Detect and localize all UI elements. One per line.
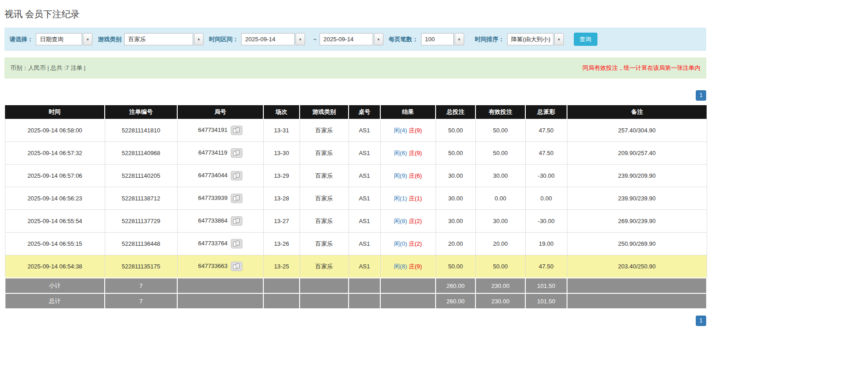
chevron-down-icon[interactable]: ▾ <box>194 33 204 45</box>
game-type-select[interactable]: 百家乐 ▾ <box>124 33 204 45</box>
header-remark: 备注 <box>567 105 707 119</box>
date-range-label: 时间区间： <box>209 35 238 44</box>
view-round-cards-icon[interactable] <box>231 126 242 135</box>
cell-table-no: AS1 <box>349 165 380 187</box>
view-round-cards-icon[interactable] <box>231 171 242 180</box>
table-row: 2025-09-14 06:54:38 522811135175 6477336… <box>5 255 707 278</box>
pagination-page-1[interactable]: 1 <box>696 90 706 101</box>
summary-empty-cell <box>380 293 436 309</box>
table-row: 2025-09-14 06:57:32 522811140968 6477341… <box>5 142 707 165</box>
total-bet-link[interactable]: 30.00 <box>436 210 475 233</box>
result-player: 闲(8) <box>394 263 407 270</box>
summary-empty-cell <box>349 278 380 293</box>
game-type-value: 百家乐 <box>124 33 193 45</box>
summary-empty-cell <box>567 293 707 309</box>
view-round-cards-icon[interactable] <box>231 216 242 226</box>
view-round-cards-icon[interactable] <box>231 148 242 158</box>
view-round-cards-icon[interactable] <box>231 194 242 203</box>
chevron-down-icon[interactable]: ▾ <box>554 33 564 45</box>
query-type-value: 日期查询 <box>36 33 82 45</box>
cell-valid-bet: 30.00 <box>475 210 525 233</box>
page: 视讯 会员下注纪录 请选择： 日期查询 ▾ 游戏类别 百家乐 ▾ 时间区间： 2… <box>5 0 706 326</box>
cell-time: 2025-09-14 06:55:15 <box>5 233 105 255</box>
table-row: 2025-09-14 06:55:15 522811136448 6477337… <box>5 233 707 255</box>
cell-round-no: 647733864 <box>177 210 263 233</box>
cell-table-no: AS1 <box>349 119 380 142</box>
result-banker: 庄(2) <box>409 240 422 247</box>
summary-empty-cell <box>567 278 707 293</box>
sort-order-select[interactable]: 降冪(由大到小) ▾ <box>507 33 564 45</box>
cell-game-type: 百家乐 <box>300 233 349 255</box>
total-bet-link[interactable]: 30.00 <box>436 187 475 210</box>
cell-session: 13-31 <box>263 119 300 142</box>
cell-valid-bet: 50.00 <box>475 142 525 165</box>
header-bet-id: 注单编号 <box>105 105 177 119</box>
cell-bet-id: 522811135175 <box>105 255 177 278</box>
summary-empty-cell <box>300 278 349 293</box>
subtotal-label: 小计 <box>5 278 105 293</box>
cell-result: 闲(0)庄(2) <box>380 233 436 255</box>
cell-time: 2025-09-14 06:57:06 <box>5 165 105 187</box>
date-to-select[interactable]: 2025-09-14 ▾ <box>320 33 383 45</box>
header-game-type: 游戏类别 <box>300 105 349 119</box>
cell-remark: 257.40/304.90 <box>567 119 707 142</box>
cell-session: 13-29 <box>263 165 300 187</box>
total-label: 总计 <box>5 293 105 309</box>
chevron-down-icon[interactable]: ▾ <box>455 33 464 45</box>
result-banker: 庄(9) <box>409 150 422 156</box>
date-range-separator: ~ <box>313 36 317 43</box>
sort-order-value: 降冪(由大到小) <box>507 33 553 45</box>
cell-time: 2025-09-14 06:54:38 <box>5 255 105 278</box>
cell-round-no: 647733764 <box>177 233 263 255</box>
chevron-down-icon[interactable]: ▾ <box>374 33 383 45</box>
cell-result: 闲(1)庄(1) <box>380 187 436 210</box>
cell-time: 2025-09-14 06:56:23 <box>5 187 105 210</box>
table-row: 2025-09-14 06:58:00 522811141810 6477341… <box>5 119 707 142</box>
page-size-select[interactable]: 100 ▾ <box>421 33 464 45</box>
cell-result: 闲(8)庄(2) <box>380 210 436 233</box>
total-bet-link[interactable]: 20.00 <box>436 233 475 255</box>
cell-session: 13-26 <box>263 233 300 255</box>
subtotal-payout: 101.50 <box>525 278 567 293</box>
result-banker: 庄(1) <box>409 195 422 202</box>
cell-table-no: AS1 <box>349 233 380 255</box>
total-bet-link[interactable]: 50.00 <box>436 255 475 278</box>
date-from-select[interactable]: 2025-09-14 ▾ <box>241 33 305 45</box>
cell-session: 13-25 <box>263 255 300 278</box>
cell-bet-id: 522811140205 <box>105 165 177 187</box>
cell-remark: 239.90/209.90 <box>567 165 707 187</box>
total-bet-link[interactable]: 50.00 <box>436 142 475 165</box>
cell-bet-id: 522811140968 <box>105 142 177 165</box>
query-type-select[interactable]: 日期查询 ▾ <box>36 33 92 45</box>
summary-empty-cell <box>263 278 300 293</box>
cell-time: 2025-09-14 06:57:32 <box>5 142 105 165</box>
cell-bet-id: 522811138712 <box>105 187 177 210</box>
bets-table: 时间 注单编号 局号 场次 游戏类别 桌号 结果 总投注 有效投注 总派彩 备注… <box>5 105 707 309</box>
result-banker: 庄(9) <box>409 263 422 270</box>
chevron-down-icon[interactable]: ▾ <box>296 33 305 45</box>
cell-table-no: AS1 <box>349 255 380 278</box>
total-bet-link[interactable]: 30.00 <box>436 165 475 187</box>
result-player: 闲(9) <box>394 172 407 179</box>
cell-round-no: 647734119 <box>177 142 263 165</box>
view-round-cards-icon[interactable] <box>231 239 242 248</box>
cell-time: 2025-09-14 06:55:54 <box>5 210 105 233</box>
pagination-page-1[interactable]: 1 <box>696 316 706 326</box>
chevron-down-icon[interactable]: ▾ <box>83 33 92 45</box>
search-button[interactable]: 查询 <box>574 33 597 46</box>
cell-round-no: 647733663 <box>177 255 263 278</box>
cell-game-type: 百家乐 <box>300 142 349 165</box>
result-banker: 庄(6) <box>409 172 422 179</box>
sort-order-label: 时间排序： <box>475 35 504 44</box>
total-valid-bet: 230.00 <box>475 293 525 309</box>
game-type-label: 游戏类别 <box>98 35 121 44</box>
subtotal-total-bet: 260.00 <box>436 278 475 293</box>
cell-valid-bet: 50.00 <box>475 119 525 142</box>
cell-session: 13-27 <box>263 210 300 233</box>
cell-time: 2025-09-14 06:58:00 <box>5 119 105 142</box>
total-bet-link[interactable]: 50.00 <box>436 119 475 142</box>
view-round-cards-icon[interactable] <box>231 262 242 271</box>
result-banker: 庄(2) <box>409 218 422 224</box>
cell-round-no: 647734191 <box>177 119 263 142</box>
cell-valid-bet: 30.00 <box>475 165 525 187</box>
